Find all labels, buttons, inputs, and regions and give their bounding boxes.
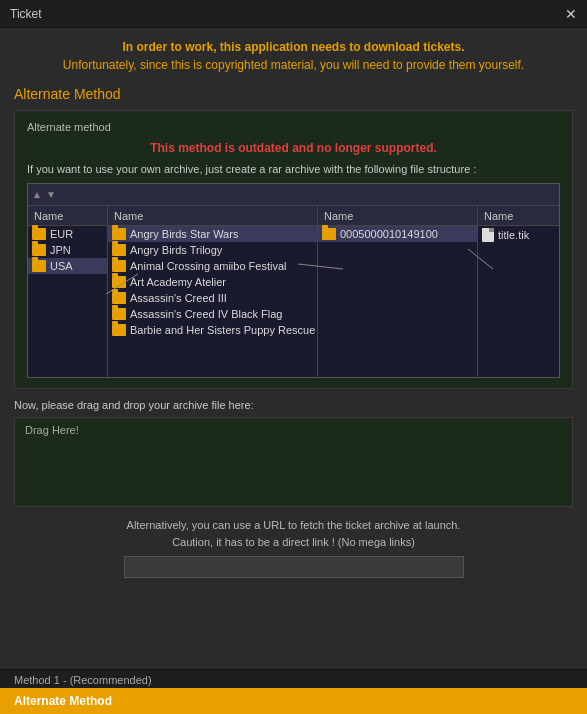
folder-ac-label: Animal Crossing amiibo Festival: [130, 260, 287, 272]
folder-barbie[interactable]: Barbie and Her Sisters Puppy Rescue: [108, 322, 317, 338]
instruction-text: If you want to use your own archive, jus…: [27, 163, 560, 175]
folder-ac3-label: Assassin's Creed III: [130, 292, 227, 304]
alt-line1: Alternatively, you can use a URL to fetc…: [14, 517, 573, 534]
folder-jpn-label: JPN: [50, 244, 71, 256]
folder-icon-abs: [112, 228, 126, 240]
nav-down-arrow[interactable]: ▼: [46, 189, 56, 200]
folder-icon-jpn: [32, 244, 46, 256]
folder-animal-crossing[interactable]: Animal Crossing amiibo Festival: [108, 258, 317, 274]
window-title: Ticket: [10, 7, 42, 21]
folder-id[interactable]: 0005000010149100: [318, 226, 477, 242]
folder-abs-label: Angry Birds Star Wars: [130, 228, 238, 240]
explorer-body: Name EUR JPN USA Name: [28, 206, 559, 377]
file-explorer: ▲ ▼ Name EUR JPN: [27, 183, 560, 378]
folder-aa-label: Art Academy Atelier: [130, 276, 226, 288]
folder-icon-usa: [32, 260, 46, 272]
tab-alternate-method[interactable]: Alternate Method: [0, 688, 587, 714]
file-icon-tik: [482, 228, 494, 242]
url-input-wrap: [124, 556, 464, 578]
folder-angrybirds-trilogy[interactable]: Angry Birds Trilogy: [108, 242, 317, 258]
explorer-col-games: Name Angry Birds Star Wars Angry Birds T…: [108, 206, 318, 377]
folder-icon-ac: [112, 260, 126, 272]
explorer-col-id: Name 0005000010149100: [318, 206, 478, 377]
folder-id-label: 0005000010149100: [340, 228, 438, 240]
explorer-col-root: Name EUR JPN USA: [28, 206, 108, 377]
folder-icon-eur: [32, 228, 46, 240]
warning-line1: In order to work, this application needs…: [14, 38, 573, 56]
url-input[interactable]: [124, 556, 464, 578]
folder-usa-label: USA: [50, 260, 73, 272]
nav-up-arrow[interactable]: ▲: [32, 189, 42, 200]
explorer-nav: ▲ ▼: [32, 189, 56, 200]
folder-icon-ac3: [112, 292, 126, 304]
file-tik-label: title.tik: [498, 229, 529, 241]
top-warning: In order to work, this application needs…: [14, 38, 573, 74]
folder-ac4-label: Assassin's Creed IV Black Flag: [130, 308, 283, 320]
bottom-tabs: Method 1 - (Recommended) Alternate Metho…: [0, 669, 587, 714]
folder-eur-label: EUR: [50, 228, 73, 240]
folder-abt-label: Angry Birds Trilogy: [130, 244, 222, 256]
explorer-col-file: Name title.tik: [478, 206, 560, 377]
folder-eur[interactable]: EUR: [28, 226, 107, 242]
folder-icon-id: [322, 228, 336, 240]
col3-header: Name: [318, 206, 477, 226]
col2-header: Name: [108, 206, 317, 226]
now-drag-text: Now, please drag and drop your archive f…: [14, 399, 573, 411]
folder-angrybirds-starwars[interactable]: Angry Birds Star Wars: [108, 226, 317, 242]
folder-icon-aa: [112, 276, 126, 288]
folder-barbie-label: Barbie and Her Sisters Puppy Rescue: [130, 324, 315, 336]
file-title-tik[interactable]: title.tik: [478, 226, 560, 244]
section-title: Alternate Method: [14, 86, 573, 102]
alternate-method-panel: Alternate method This method is outdated…: [14, 110, 573, 389]
tab-method1[interactable]: Method 1 - (Recommended): [0, 670, 587, 688]
folder-jpn[interactable]: JPN: [28, 242, 107, 258]
folder-ac3[interactable]: Assassin's Creed III: [108, 290, 317, 306]
folder-art-academy[interactable]: Art Academy Atelier: [108, 274, 317, 290]
title-bar: Ticket ✕: [0, 0, 587, 28]
folder-icon-ac4: [112, 308, 126, 320]
outdated-warning: This method is outdated and no longer su…: [27, 141, 560, 155]
alt-line2: Caution, it has to be a direct link ! (N…: [14, 534, 573, 551]
drag-label: Drag Here!: [25, 424, 79, 436]
drag-drop-area[interactable]: Drag Here!: [14, 417, 573, 507]
folder-ac4[interactable]: Assassin's Creed IV Black Flag: [108, 306, 317, 322]
folder-usa[interactable]: USA: [28, 258, 107, 274]
col1-header: Name: [28, 206, 107, 226]
panel-label: Alternate method: [27, 121, 560, 133]
col4-header: Name: [478, 206, 560, 226]
folder-icon-barbie: [112, 324, 126, 336]
explorer-header: ▲ ▼: [28, 184, 559, 206]
main-container: In order to work, this application needs…: [0, 28, 587, 602]
folder-icon-abt: [112, 244, 126, 256]
warning-line2: Unfortunately, since this is copyrighted…: [14, 56, 573, 74]
close-button[interactable]: ✕: [565, 7, 577, 21]
alternatively-text: Alternatively, you can use a URL to fetc…: [14, 517, 573, 550]
